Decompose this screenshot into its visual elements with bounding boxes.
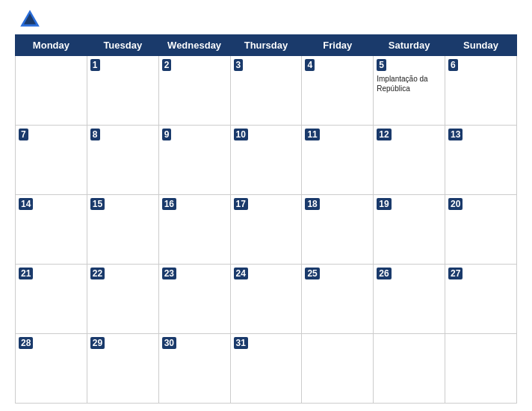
logo-icon (18, 7, 42, 31)
calendar-cell: 15 (87, 195, 158, 265)
calendar-cell (374, 334, 445, 404)
calendar-cell: 13 (445, 126, 517, 195)
weekday-friday: Friday (302, 35, 374, 56)
calendar-cell: 16 (158, 195, 230, 265)
calendar-cell: 24 (230, 265, 302, 334)
calendar-cell: 26 (374, 265, 445, 334)
day-number: 26 (377, 268, 391, 279)
calendar-cell: 6 (445, 56, 517, 126)
calendar-cell: 29 (87, 334, 158, 404)
calendar-cell: 27 (445, 265, 517, 334)
day-number: 10 (234, 129, 248, 140)
day-number: 6 (448, 59, 458, 71)
day-number: 18 (305, 198, 319, 210)
day-number: 9 (162, 129, 172, 140)
calendar-cell: 3 (230, 56, 302, 126)
day-number: 5 (377, 59, 386, 71)
day-number: 13 (448, 129, 463, 140)
calendar-cell: 18 (302, 195, 374, 265)
day-number: 19 (377, 198, 391, 210)
day-number: 24 (234, 268, 248, 279)
weekday-tuesday: Tuesday (87, 35, 158, 56)
header (15, 7, 517, 31)
week-row-3: 14151617181920 (16, 195, 517, 265)
calendar-cell: 28 (16, 334, 87, 404)
weekday-monday: Monday (16, 35, 87, 56)
day-number: 3 (234, 59, 244, 71)
calendar-cell: 23 (158, 265, 230, 334)
week-row-5: 28293031 (16, 334, 517, 404)
day-number: 20 (448, 198, 463, 210)
day-number: 27 (448, 268, 463, 279)
calendar-cell (16, 56, 87, 126)
calendar-cell: 20 (445, 195, 517, 265)
day-number: 28 (19, 337, 33, 349)
day-number: 29 (90, 337, 105, 349)
day-number: 12 (377, 129, 391, 140)
calendar-cell: 19 (374, 195, 445, 265)
calendar-cell: 17 (230, 195, 302, 265)
weekday-saturday: Saturday (374, 35, 445, 56)
day-number: 11 (305, 129, 319, 140)
day-number: 30 (162, 337, 176, 349)
calendar-cell: 9 (158, 126, 230, 195)
day-number: 2 (162, 59, 172, 71)
day-number: 16 (162, 198, 176, 210)
calendar-cell: 2 (158, 56, 230, 126)
calendar-cell: 10 (230, 126, 302, 195)
day-number: 22 (90, 268, 105, 279)
calendar-cell: 25 (302, 265, 374, 334)
day-number: 7 (19, 129, 28, 140)
day-number: 25 (305, 268, 319, 279)
calendar-cell: 31 (230, 334, 302, 404)
weekday-sunday: Sunday (445, 35, 517, 56)
calendar-cell: 22 (87, 265, 158, 334)
event-label: Implantação da República (377, 74, 442, 93)
calendar-cell: 12 (374, 126, 445, 195)
day-number: 17 (234, 198, 248, 210)
week-row-4: 21222324252627 (16, 265, 517, 334)
day-number: 14 (19, 198, 33, 210)
weekday-header-row: MondayTuesdayWednesdayThursdayFridaySatu… (16, 35, 517, 56)
week-row-1: 12345Implantação da República6 (16, 56, 517, 126)
week-row-2: 78910111213 (16, 126, 517, 195)
calendar-cell: 30 (158, 334, 230, 404)
day-number: 21 (19, 268, 33, 279)
calendar-cell (302, 334, 374, 404)
calendar-table: MondayTuesdayWednesdayThursdayFridaySatu… (15, 34, 517, 404)
day-number: 4 (305, 59, 315, 71)
calendar-cell: 7 (16, 126, 87, 195)
day-number: 8 (90, 129, 100, 140)
calendar-cell: 21 (16, 265, 87, 334)
day-number: 23 (162, 268, 176, 279)
day-number: 15 (90, 198, 105, 210)
calendar-cell: 5Implantação da República (374, 56, 445, 126)
calendar-cell: 11 (302, 126, 374, 195)
calendar-cell: 14 (16, 195, 87, 265)
weekday-thursday: Thursday (230, 35, 302, 56)
calendar-cell (445, 334, 517, 404)
day-number: 1 (90, 59, 100, 71)
calendar-cell: 1 (87, 56, 158, 126)
calendar-cell: 8 (87, 126, 158, 195)
logo (18, 7, 45, 31)
weekday-wednesday: Wednesday (158, 35, 230, 56)
day-number: 31 (234, 337, 248, 349)
calendar-cell: 4 (302, 56, 374, 126)
